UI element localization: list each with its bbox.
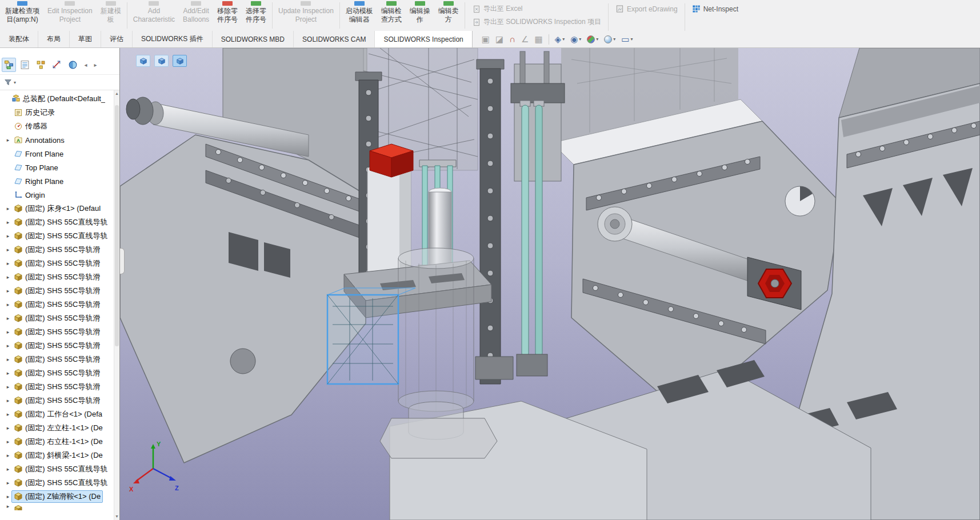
view-settings-icon[interactable]: ▭▾: [621, 34, 633, 45]
tree-item[interactable]: ▸(固定) 床身<1> (Defaul: [0, 202, 114, 215]
tab-solidworks-cam[interactable]: SOLIDWORKS CAM: [294, 31, 375, 47]
tree-item[interactable]: ▸: [0, 503, 114, 510]
tree-item[interactable]: ▸(固定) SHS 55C直线导轨: [0, 462, 114, 476]
export-excel-button[interactable]: 导出至 Excel: [473, 3, 601, 14]
export-edrawing-button[interactable]: Export eDrawing: [615, 3, 678, 14]
section-grid-icon[interactable]: ▦: [534, 34, 542, 45]
tree-item[interactable]: ▸(固定) SHS 55C直线导轨: [0, 215, 114, 229]
edit-operation-button[interactable]: 编辑操作: [406, 0, 434, 31]
expand-arrow-icon[interactable]: ▸: [5, 343, 11, 349]
propertymanager-tab[interactable]: [18, 58, 32, 72]
tree-item[interactable]: ▸(固定) 右立柱-1<1> (De: [0, 435, 114, 449]
tree-item[interactable]: ▸(固定) SHS 55C导轨滑: [0, 339, 114, 353]
expand-arrow-icon[interactable]: ▸: [5, 329, 11, 335]
expand-arrow-icon[interactable]: ▸: [5, 398, 11, 403]
expand-arrow-icon[interactable]: ▸: [5, 439, 11, 445]
selection-breadcrumb-item-3[interactable]: [173, 55, 187, 67]
expand-arrow-icon[interactable]: ▸: [5, 274, 11, 280]
tab-solidworks-addins[interactable]: SOLIDWORKS 插件: [133, 31, 213, 47]
tree-item[interactable]: ▸(固定) SHS 55C导轨滑: [0, 380, 114, 394]
expand-arrow-icon[interactable]: ▸: [5, 137, 11, 143]
new-template-button[interactable]: 新建模板: [97, 0, 125, 31]
export-solidworks-inspection-button[interactable]: 导出至 SOLIDWORKS Inspection 项目: [473, 17, 601, 27]
add-edit-balloons-button[interactable]: Add/EditBalloons: [179, 0, 213, 31]
edit-inspection-method-button[interactable]: 编辑检查方式: [377, 0, 406, 31]
tree-item[interactable]: Front Plane: [0, 147, 114, 161]
panel-tabs-prev[interactable]: ◂: [82, 58, 90, 72]
selection-breadcrumb-item-1[interactable]: [136, 55, 150, 67]
tab-assembly[interactable]: 装配体: [0, 31, 38, 47]
tree-item[interactable]: ▸(固定) SHS 55C导轨滑: [0, 325, 114, 339]
scroll-track[interactable]: [114, 97, 119, 513]
panel-tabs-next[interactable]: ▸: [91, 58, 99, 72]
tree-item[interactable]: ▸(固定) SHS 55C导轨滑: [0, 394, 114, 407]
tab-evaluate[interactable]: 评估: [101, 31, 133, 47]
tree-item[interactable]: ▸(固定) SHS 55C导轨滑: [0, 353, 114, 366]
expand-arrow-icon[interactable]: ▸: [5, 480, 11, 486]
expand-arrow-icon[interactable]: ▸: [5, 261, 11, 266]
section-view-icon[interactable]: ◪: [495, 34, 503, 45]
expand-arrow-icon[interactable]: ▸: [5, 453, 11, 458]
tree-item[interactable]: Origin: [0, 188, 114, 202]
hide-show-items-icon[interactable]: ◉▾: [570, 34, 581, 45]
tree-item[interactable]: 传感器: [0, 119, 114, 133]
tree-scrollbar[interactable]: ▲ ▼: [114, 90, 119, 520]
select-balloons-button[interactable]: 选择零件序号: [242, 0, 270, 31]
dropdown-caret-icon[interactable]: ▾: [613, 37, 615, 42]
tree-item[interactable]: ▸(固定) SHS 55C导轨滑: [0, 270, 114, 284]
scroll-thumb[interactable]: [115, 105, 119, 346]
tree-item[interactable]: Top Plane: [0, 161, 114, 174]
tree-item[interactable]: ▸(固定) SHS 55C导轨滑: [0, 284, 114, 298]
add-characteristic-button[interactable]: AddCharacteristic: [129, 0, 179, 31]
expand-arrow-icon[interactable]: ▸: [5, 411, 11, 417]
configurationmanager-tab[interactable]: [34, 58, 48, 72]
tab-sketch[interactable]: 草图: [70, 31, 101, 47]
tree-item[interactable]: ▸(固定) 工作台<1> (Defa: [0, 407, 114, 421]
displaymanager-tab[interactable]: [66, 58, 80, 72]
tree-item[interactable]: ▸(固定) SHS 55C导轨滑: [0, 243, 114, 257]
red-top-block[interactable]: [370, 144, 413, 177]
expand-arrow-icon[interactable]: ▸: [5, 288, 11, 294]
edit-appearance-icon[interactable]: ▾: [587, 35, 598, 43]
tree-item[interactable]: ▸(固定) Z轴滑鞍<1> (De: [0, 490, 114, 503]
tree-item[interactable]: ▸(固定) SHS 55C导轨滑: [0, 366, 114, 380]
dimxpertmanager-tab[interactable]: [50, 58, 64, 72]
tree-item[interactable]: ▸(固定) SHS 55C直线导轨: [0, 229, 114, 243]
zoom-fit-icon[interactable]: ▣: [482, 34, 490, 45]
expand-arrow-icon[interactable]: ▸: [5, 315, 11, 321]
expand-arrow-icon[interactable]: ▸: [5, 503, 11, 509]
expand-arrow-icon[interactable]: ▸: [5, 466, 11, 472]
new-inspection-project-button[interactable]: 新建检查项目(amp:N): [1, 0, 43, 31]
expand-arrow-icon[interactable]: ▸: [5, 425, 11, 431]
tree-item-root[interactable]: 总装配 (Default<Default_: [0, 92, 114, 106]
net-inspect-button[interactable]: Net-Inspect: [692, 3, 738, 14]
expand-arrow-icon[interactable]: ▸: [5, 494, 11, 499]
tree-item[interactable]: ▸(固定) 斜横梁-1<1> (De: [0, 449, 114, 462]
view-orientation-icon[interactable]: ◈▾: [555, 34, 565, 45]
edit-vendor-button[interactable]: 编辑卖方: [434, 0, 463, 31]
tree-item[interactable]: 历史记录: [0, 106, 114, 119]
dropdown-caret-icon[interactable]: ▾: [562, 37, 565, 42]
scroll-down-arrow[interactable]: ▼: [115, 513, 119, 520]
tree-filter-row[interactable]: ▾: [0, 74, 119, 90]
measure-icon[interactable]: ∠: [521, 34, 529, 45]
tree-item[interactable]: ▸(固定) 左立柱-1<1> (De: [0, 421, 114, 435]
filter-caret-icon[interactable]: ▾: [14, 80, 16, 85]
launch-template-editor-button[interactable]: 启动模板编辑器: [342, 0, 377, 31]
expand-arrow-icon[interactable]: ▸: [5, 206, 11, 211]
update-inspection-project-button[interactable]: Update InspectionProject: [274, 0, 338, 31]
dropdown-caret-icon[interactable]: ▾: [596, 37, 598, 42]
dropdown-caret-icon[interactable]: ▾: [630, 37, 633, 42]
expand-arrow-icon[interactable]: ▸: [5, 384, 11, 390]
tab-solidworks-inspection[interactable]: SOLIDWORKS Inspection: [375, 31, 472, 47]
tree-item[interactable]: ▸(固定) SHS 55C导轨滑: [0, 298, 114, 311]
tree-item[interactable]: ▸(固定) SHS 55C导轨滑: [0, 311, 114, 325]
tree-item[interactable]: ▸(固定) SHS 55C导轨滑: [0, 257, 114, 270]
graphics-viewport[interactable]: X Y Z: [120, 48, 980, 520]
edit-inspection-project-button[interactable]: Edit InspectionProject: [43, 0, 97, 31]
panel-splitter-handle[interactable]: [120, 248, 125, 274]
remove-balloons-button[interactable]: 移除零件序号: [213, 0, 242, 31]
expand-arrow-icon[interactable]: ▸: [5, 219, 11, 225]
apply-scene-icon[interactable]: ▾: [604, 35, 615, 43]
tree-item[interactable]: ▸AAnnotations: [0, 133, 114, 147]
